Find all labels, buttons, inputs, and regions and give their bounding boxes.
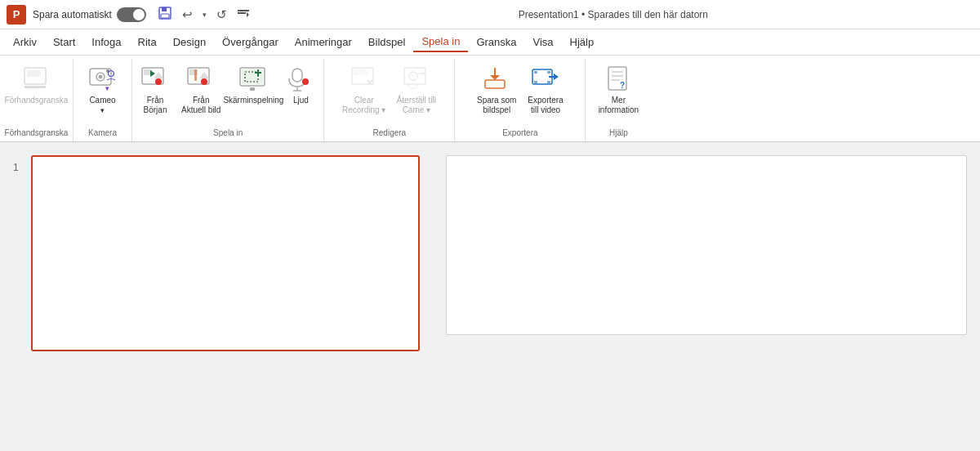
notes-area[interactable]: [446, 155, 967, 335]
auto-save-toggle[interactable]: [117, 7, 146, 22]
forhandsgranska-label: Förhandsgranska: [5, 96, 69, 105]
forhandsgranska-icon: [22, 64, 51, 96]
svg-rect-35: [354, 69, 362, 75]
svg-rect-48: [547, 71, 550, 74]
fran-borjan-button[interactable]: FrånBörjan: [136, 60, 175, 118]
cameo-button[interactable]: ▾ Cameo▾: [83, 60, 122, 118]
exportera-video-label: Exporteratill video: [528, 96, 563, 115]
ljud-icon: [286, 64, 315, 96]
ribbon-group-exportera: Spara sombildspel: [455, 59, 586, 141]
svg-point-22: [201, 78, 207, 85]
customize-icon[interactable]: [234, 5, 253, 24]
ribbon-group-hjalp: ? Merinformation Hjälp: [586, 59, 651, 141]
main-content: 1: [0, 142, 980, 451]
svg-rect-2: [161, 14, 169, 18]
menu-item-granska[interactable]: Granska: [468, 33, 524, 51]
fran-borjan-label: FrånBörjan: [144, 96, 167, 115]
ribbon-group-redigera: ClearRecording ▾ Återställ tillCame ▾: [324, 59, 455, 141]
exportera-video-icon: [531, 64, 560, 96]
svg-rect-1: [162, 7, 167, 11]
undo-icon[interactable]: ↩: [179, 6, 196, 24]
fran-borjan-icon: [140, 64, 170, 96]
forhandsgranska-button[interactable]: Förhandsgranska: [11, 60, 63, 109]
menu-bar: Arkiv Start Infoga Rita Design Övergånga…: [0, 29, 980, 56]
skarm-button[interactable]: Skärminspelning: [227, 60, 279, 109]
menu-item-visa[interactable]: Visa: [525, 33, 562, 51]
svg-rect-29: [250, 87, 255, 91]
ribbon-group-label-redigera: Redigera: [327, 128, 451, 140]
ribbon: Förhandsgranska Förhandsgranska ▾: [0, 56, 980, 142]
ribbon-group-label-hjalp: Hjälp: [589, 128, 648, 140]
svg-point-36: [361, 69, 368, 76]
ribbon-group-label-exportera: Exportera: [458, 128, 581, 140]
spara-bildspel-icon: [482, 64, 511, 96]
svg-marker-18: [150, 70, 155, 77]
ljud-button[interactable]: Ljud: [281, 60, 320, 109]
menu-item-animeringar[interactable]: Animeringar: [287, 33, 360, 51]
cameo-label: Cameo▾: [89, 96, 115, 115]
ribbon-group-label-spela-in: Spela in: [136, 128, 320, 140]
menu-item-start[interactable]: Start: [45, 33, 83, 51]
mer-information-label: Merinformation: [599, 96, 639, 115]
menu-item-rita[interactable]: Rita: [130, 33, 165, 51]
mer-information-button[interactable]: ? Merinformation: [594, 60, 644, 118]
slide-number: 1: [13, 162, 24, 173]
svg-point-33: [302, 78, 309, 85]
svg-point-41: [411, 74, 415, 78]
svg-point-19: [155, 78, 162, 85]
skarm-label: Skärminspelning: [223, 96, 283, 105]
title-bar: P Spara automatiskt ↩ ▾ ↺ Presentation1 …: [0, 0, 980, 29]
skarm-icon: [238, 64, 268, 96]
spara-bildspel-label: Spara sombildspel: [477, 96, 516, 115]
fran-aktuell-label: FrånAktuell bild: [181, 96, 220, 115]
svg-rect-23: [194, 69, 197, 81]
ljud-label: Ljud: [293, 96, 309, 105]
slide-thumbnail[interactable]: [31, 155, 420, 351]
menu-item-overganger[interactable]: Övergångar: [214, 33, 287, 51]
spara-bildspel-button[interactable]: Spara sombildspel: [472, 60, 521, 118]
redo-icon[interactable]: ↺: [213, 6, 230, 24]
svg-marker-51: [554, 74, 559, 80]
aterstall-label: Återställ tillCame ▾: [397, 96, 436, 115]
svg-rect-47: [534, 81, 537, 83]
slide-panel: 1: [0, 142, 433, 451]
svg-rect-3: [238, 10, 249, 11]
aterstall-icon: [402, 64, 431, 96]
menu-item-bildspel[interactable]: Bildspel: [360, 33, 414, 51]
svg-rect-42: [485, 80, 505, 88]
auto-save-label: Spara automatiskt: [33, 9, 112, 20]
clear-label: ClearRecording ▾: [342, 96, 385, 115]
mer-information-icon: ?: [604, 64, 633, 96]
svg-point-8: [34, 70, 41, 77]
svg-rect-9: [24, 86, 46, 88]
quick-access-toolbar: ↩ ▾ ↺: [154, 4, 253, 25]
ribbon-group-label-forhandsgranska: Förhandsgranska: [3, 128, 69, 140]
document-title: Presentation1 • Sparades till den här da…: [253, 9, 973, 20]
ribbon-group-label-kamera: Kamera: [77, 128, 128, 140]
svg-rect-4: [238, 12, 246, 14]
cameo-icon: ▾: [88, 64, 118, 96]
svg-rect-46: [534, 71, 537, 74]
svg-text:▾: ▾: [105, 85, 109, 92]
exportera-video-button[interactable]: Exporteratill video: [523, 60, 568, 118]
ppt-logo: P: [7, 5, 26, 25]
svg-rect-30: [292, 69, 302, 82]
fran-aktuell-icon: [186, 64, 216, 96]
ribbon-group-kamera: ▾ Cameo▾ Kamera: [74, 59, 132, 141]
notes-panel: [433, 142, 980, 451]
menu-item-infoga[interactable]: Infoga: [83, 33, 129, 51]
aterstall-button[interactable]: Återställ tillCame ▾: [392, 60, 441, 118]
undo-dropdown-icon[interactable]: ▾: [199, 9, 210, 20]
ribbon-group-forhandsgranska: Förhandsgranska Förhandsgranska: [0, 59, 74, 141]
menu-item-hjalp[interactable]: Hjälp: [562, 33, 603, 51]
save-icon[interactable]: [154, 4, 176, 25]
fran-aktuell-button[interactable]: FrånAktuell bild: [176, 60, 225, 118]
menu-item-design[interactable]: Design: [165, 33, 214, 51]
menu-item-spela-in[interactable]: Spela in: [413, 32, 468, 52]
clear-button[interactable]: ClearRecording ▾: [338, 60, 390, 118]
ribbon-group-spela-in: FrånBörjan FrånAktuell bild: [132, 59, 324, 141]
svg-rect-49: [547, 81, 550, 83]
svg-marker-5: [247, 12, 249, 17]
svg-text:?: ?: [620, 81, 625, 90]
menu-item-arkiv[interactable]: Arkiv: [5, 33, 45, 51]
